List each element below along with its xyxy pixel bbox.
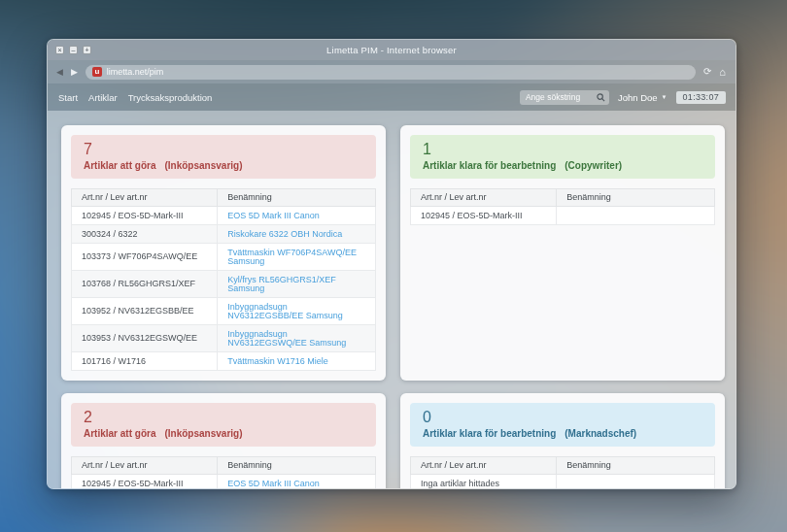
- articles-table: Art.nr / Lev art.nr Benämning 102945 / E…: [410, 188, 715, 225]
- cell-benamning: Inbyggnadsugn NV6312EGSBB/EE Samsung: [218, 298, 376, 325]
- column-header-benamning: Benämning: [218, 457, 376, 475]
- column-header-artnr: Art.nr / Lev art.nr: [411, 457, 557, 475]
- panel-count: 7: [84, 142, 363, 157]
- panel-role: (Inköpsansvarig): [164, 429, 242, 439]
- column-header-benamning: Benämning: [557, 457, 715, 475]
- panel-ready-copywriter: 1 Artiklar klara för bearbetning (Copywr…: [400, 125, 725, 381]
- cell-artnr: 103952 / NV6312EGSBB/EE: [72, 298, 218, 325]
- panel-count: 0: [423, 410, 702, 425]
- panel-role: (Copywriter): [565, 161, 622, 171]
- site-header-right: John Doe ▼ 01:33:07: [520, 90, 726, 105]
- cell-artnr: 103953 / NV6312EGSWQ/EE: [72, 325, 218, 352]
- cell-benamning: Inbyggnadsugn NV6312EGSWQ/EE Samsung: [218, 325, 376, 352]
- close-button[interactable]: ×: [55, 46, 64, 54]
- panel-role: (Inköpsansvarig): [164, 161, 242, 171]
- window-controls: × – +: [55, 46, 91, 54]
- panel-header: 7 Artiklar att göra (Inköpsansvarig): [71, 135, 376, 179]
- cell-benamning: Riskokare 6322 OBH Nordica: [218, 225, 376, 244]
- cell-benamning: Tvättmaskin WF706P4SAWQ/EE Samsung: [218, 244, 376, 271]
- cell-benamning: Tvättmaskin W1716 Miele: [218, 352, 376, 371]
- browser-window: × – + Limetta PIM - Internet browser ◀ ▶…: [47, 39, 736, 489]
- articles-table: Art.nr / Lev art.nr Benämning 102945 / E…: [71, 188, 376, 371]
- cell-artnr: Inga artiklar hittades: [411, 475, 557, 490]
- table-row: 103373 / WF706P4SAWQ/EETvättmaskin WF706…: [72, 244, 376, 271]
- window-title: Limetta PIM - Internet browser: [48, 45, 736, 55]
- table-row: 101716 / W1716Tvättmaskin W1716 Miele: [72, 352, 376, 371]
- cell-benamning: Kyl/frys RL56GHGRS1/XEF Samsung: [218, 271, 376, 298]
- article-link[interactable]: Tvättmaskin WF706P4SAWQ/EE Samsung: [227, 248, 357, 266]
- column-header-artnr: Art.nr / Lev art.nr: [72, 189, 218, 207]
- column-header-artnr: Art.nr / Lev art.nr: [72, 457, 218, 475]
- cell-artnr: 300324 / 6322: [72, 225, 218, 244]
- cell-artnr: 103373 / WF706P4SAWQ/EE: [72, 244, 218, 271]
- address-bar[interactable]: u limetta.net/pim: [86, 65, 696, 80]
- article-link[interactable]: EOS 5D Mark III Canon: [227, 211, 320, 220]
- search-box: [520, 90, 609, 105]
- panel-title: Artiklar klara för bearbetning: [423, 161, 556, 171]
- panel-role: (Marknadschef): [565, 429, 636, 439]
- window-titlebar: × – + Limetta PIM - Internet browser: [48, 40, 736, 60]
- cell-artnr: 103768 / RL56GHGRS1/XEF: [72, 271, 218, 298]
- panel-ready-marketing: 0 Artiklar klara för bearbetning (Markna…: [400, 393, 725, 489]
- site-favicon-icon: u: [92, 67, 102, 77]
- panel-header: 2 Artiklar att göra (Inköpsansvarig): [71, 403, 376, 447]
- nav-item-start[interactable]: Start: [58, 92, 78, 103]
- panel-title: Artiklar klara för bearbetning: [423, 429, 556, 439]
- article-link[interactable]: Riskokare 6322 OBH Nordica: [227, 229, 342, 239]
- forward-icon[interactable]: ▶: [71, 68, 78, 77]
- home-icon[interactable]: ⌂: [719, 67, 726, 78]
- cell-artnr: 102945 / EOS-5D-Mark-III: [411, 207, 557, 225]
- nav-item-trycksaksproduktion[interactable]: Trycksaksproduktion: [128, 92, 213, 103]
- url-text: limetta.net/pim: [107, 67, 164, 77]
- dashboard: 7 Artiklar att göra (Inköpsansvarig) Art…: [48, 111, 736, 488]
- panel-count: 1: [423, 142, 702, 157]
- table-row: Inga artiklar hittades: [411, 475, 715, 490]
- panel-title: Artiklar att göra: [84, 429, 155, 439]
- back-icon[interactable]: ◀: [56, 68, 63, 77]
- cell-benamning: [557, 475, 715, 490]
- cell-benamning: EOS 5D Mark III Canon: [218, 475, 376, 490]
- panel-todo-purchasing-2: 2 Artiklar att göra (Inköpsansvarig) Art…: [61, 393, 386, 489]
- maximize-button[interactable]: +: [83, 46, 91, 54]
- timer-badge[interactable]: 01:33:07: [676, 91, 726, 104]
- cell-artnr: 102945 / EOS-5D-Mark-III: [72, 207, 218, 225]
- table-row: 103953 / NV6312EGSWQ/EEInbyggnadsugn NV6…: [72, 325, 376, 352]
- table-row: 102945 / EOS-5D-Mark-IIIEOS 5D Mark III …: [72, 475, 376, 490]
- minimize-button[interactable]: –: [69, 46, 78, 54]
- panel-count: 2: [84, 410, 363, 425]
- panel-header: 0 Artiklar klara för bearbetning (Markna…: [410, 403, 715, 447]
- panel-grid: 7 Artiklar att göra (Inköpsansvarig) Art…: [61, 125, 725, 489]
- articles-table: Art.nr / Lev art.nr Benämning 102945 / E…: [71, 456, 376, 489]
- panel-title: Artiklar att göra: [84, 161, 155, 171]
- cell-benamning: EOS 5D Mark III Canon: [218, 207, 376, 225]
- table-row: 102945 / EOS-5D-Mark-III: [411, 207, 715, 225]
- user-menu[interactable]: John Doe ▼: [618, 92, 667, 103]
- nav-item-artiklar[interactable]: Artiklar: [88, 92, 118, 103]
- panel-todo-purchasing: 7 Artiklar att göra (Inköpsansvarig) Art…: [61, 125, 386, 381]
- search-input[interactable]: [526, 92, 597, 102]
- desktop: × – + Limetta PIM - Internet browser ◀ ▶…: [0, 0, 787, 532]
- panel-header: 1 Artiklar klara för bearbetning (Copywr…: [410, 135, 715, 179]
- column-header-artnr: Art.nr / Lev art.nr: [411, 189, 557, 207]
- chevron-down-icon: ▼: [662, 94, 667, 100]
- search-icon[interactable]: [597, 93, 605, 102]
- cell-artnr: 102945 / EOS-5D-Mark-III: [72, 475, 218, 490]
- column-header-benamning: Benämning: [557, 189, 715, 207]
- refresh-icon[interactable]: ⟳: [703, 67, 711, 77]
- table-row: 103768 / RL56GHGRS1/XEFKyl/frys RL56GHGR…: [72, 271, 376, 298]
- site-header: Start Artiklar Trycksaksproduktion John …: [48, 83, 736, 111]
- browser-toolbar: ◀ ▶ u limetta.net/pim ⟳ ⌂: [48, 60, 736, 83]
- table-row: 300324 / 6322Riskokare 6322 OBH Nordica: [72, 225, 376, 244]
- cell-benamning: [557, 207, 715, 225]
- article-link[interactable]: Tvättmaskin W1716 Miele: [227, 356, 328, 366]
- article-link[interactable]: EOS 5D Mark III Canon: [227, 479, 320, 488]
- articles-table: Art.nr / Lev art.nr Benämning Inga artik…: [410, 456, 715, 489]
- column-header-benamning: Benämning: [218, 189, 376, 207]
- table-row: 103952 / NV6312EGSBB/EEInbyggnadsugn NV6…: [72, 298, 376, 325]
- article-link[interactable]: Inbyggnadsugn NV6312EGSWQ/EE Samsung: [227, 329, 346, 348]
- table-row: 102945 / EOS-5D-Mark-IIIEOS 5D Mark III …: [72, 207, 376, 225]
- article-link[interactable]: Kyl/frys RL56GHGRS1/XEF Samsung: [227, 275, 336, 293]
- cell-artnr: 101716 / W1716: [72, 352, 218, 371]
- user-name: John Doe: [618, 92, 658, 103]
- article-link[interactable]: Inbyggnadsugn NV6312EGSBB/EE Samsung: [227, 302, 343, 320]
